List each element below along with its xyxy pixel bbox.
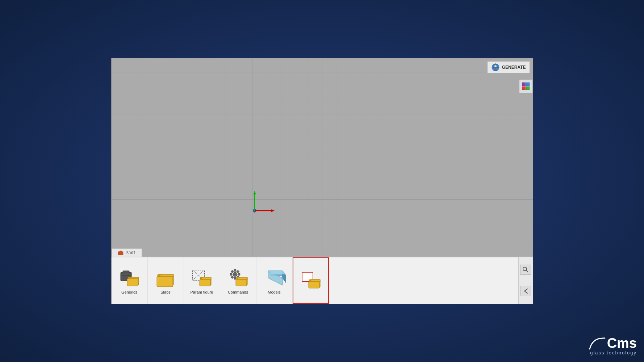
svg-marker-11: [253, 191, 256, 194]
models-label: Models: [268, 290, 280, 294]
category-models[interactable]: Models: [256, 257, 293, 304]
app-window: GENERATE: [111, 58, 533, 304]
generics-icon: [118, 267, 141, 288]
cms-name: Cms: [607, 336, 637, 350]
generics-icon-wrapper: [118, 267, 141, 289]
svg-rect-50: [526, 83, 530, 86]
grid-svg: [112, 58, 533, 257]
axis-indicator: [247, 189, 276, 219]
categories-area: Generics Slabs: [112, 257, 533, 304]
application-background: GENERATE: [0, 0, 644, 362]
bottom-bar: Generics Slabs: [112, 257, 533, 304]
category-param-figure[interactable]: Param figure: [184, 257, 220, 304]
last-item-icon: [299, 269, 322, 290]
part-tab-label: Part1: [126, 250, 136, 255]
svg-point-8: [494, 65, 497, 67]
category-last[interactable]: [293, 257, 329, 304]
cms-swoosh-icon: [589, 337, 606, 350]
axis-svg: [247, 189, 276, 218]
back-icon: [522, 288, 529, 294]
svg-rect-32: [238, 273, 240, 275]
svg-rect-51: [522, 87, 526, 90]
back-button[interactable]: [520, 286, 531, 296]
slabs-label: Slabs: [160, 290, 171, 294]
commands-icon-wrapper: [226, 267, 250, 289]
part-tab-icon: [118, 250, 124, 255]
svg-point-39: [234, 274, 236, 275]
models-icon: [263, 267, 286, 288]
cms-subtitle: glass technology: [590, 350, 637, 355]
svg-rect-31: [237, 270, 239, 273]
generate-label: GENERATE: [502, 65, 526, 70]
svg-rect-18: [123, 271, 129, 273]
svg-rect-23: [157, 277, 173, 287]
svg-rect-15: [120, 251, 122, 252]
param-figure-label: Param figure: [191, 290, 213, 294]
category-slabs[interactable]: Slabs: [148, 257, 184, 304]
view-switch-button[interactable]: [519, 79, 533, 93]
generate-button[interactable]: GENERATE: [487, 61, 530, 73]
category-commands[interactable]: Commands: [220, 257, 256, 304]
param-figure-icon: [190, 267, 213, 288]
param-figure-icon-wrapper: [190, 267, 213, 289]
canvas-area[interactable]: GENERATE: [112, 58, 533, 257]
part-tab[interactable]: Part1: [112, 248, 142, 257]
svg-rect-48: [309, 282, 319, 288]
svg-rect-41: [236, 279, 247, 286]
search-zoom-icon: [522, 266, 529, 273]
svg-rect-35: [231, 276, 234, 279]
commands-icon: [226, 267, 250, 288]
svg-rect-28: [200, 279, 210, 286]
commands-label: Commands: [228, 290, 248, 294]
right-toolbar: [518, 257, 533, 304]
svg-rect-36: [230, 273, 232, 275]
svg-rect-52: [526, 87, 530, 90]
models-icon-wrapper: [263, 267, 286, 289]
svg-point-53: [523, 267, 527, 271]
generate-icon: [491, 63, 500, 72]
zoom-button[interactable]: [520, 265, 531, 275]
svg-rect-30: [234, 269, 236, 272]
last-item-icon-wrapper: [299, 269, 322, 291]
svg-line-54: [526, 270, 528, 272]
tab-area: Part1: [112, 248, 142, 257]
slabs-icon: [154, 267, 177, 288]
svg-rect-49: [522, 83, 526, 86]
svg-rect-37: [231, 270, 234, 273]
svg-rect-14: [118, 252, 123, 255]
svg-marker-13: [271, 209, 275, 212]
svg-rect-1: [112, 58, 533, 257]
generics-label: Generics: [121, 290, 137, 294]
slabs-icon-wrapper: [154, 267, 177, 289]
view-switch-icon: [522, 82, 530, 90]
cms-logo: Cms glass technology: [589, 336, 637, 355]
category-generics[interactable]: Generics: [112, 257, 148, 304]
svg-rect-34: [234, 277, 236, 279]
svg-rect-21: [127, 279, 138, 286]
